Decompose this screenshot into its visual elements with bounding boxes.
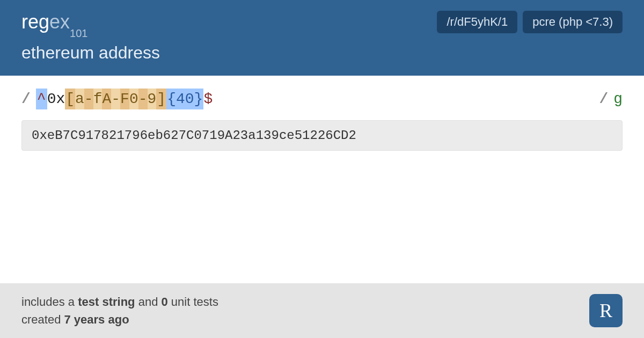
footer-l1d: 0 [161,295,167,308]
test-string[interactable]: 0xeB7C917821796eb627C0719A23a139ce51226C… [21,120,623,151]
footer-line2: created 7 years ago [21,311,218,328]
header-top: regex101 /r/dF5yhK/1 pcre (php <7.3) [21,11,623,35]
badge-path[interactable]: /r/dF5yhK/1 [437,11,517,33]
footer-l1a: includes a [21,295,78,308]
app-icon-letter: R [599,299,612,322]
logo-ex: ex [49,11,70,33]
token-cc-dash1: - [84,89,93,109]
regex-open-delimiter: / [21,91,31,107]
token-dollar: $ [203,89,213,109]
token-cc-0: 0 [129,89,138,109]
token-cc-f: f [93,89,103,109]
footer-l1b: test string [78,295,135,308]
token-literal-0x: 0x [47,89,65,109]
badges: /r/dF5yhK/1 pcre (php <7.3) [437,11,623,33]
footer-l2b: 7 years ago [64,313,129,326]
footer-l2a: created [21,313,64,326]
regex-close-delimiter: / [599,91,608,107]
token-cc-dash2: - [111,89,120,109]
footer: includes a test string and 0 unit tests … [0,283,644,338]
app-icon[interactable]: R [589,294,623,327]
token-quantifier: {40} [166,89,203,109]
content: / ^0x[a-fA-F0-9]{40}$ / g 0xeB7C91782179… [0,76,644,151]
token-cc-F: F [120,89,129,109]
token-cc-close: ] [156,89,166,109]
logo-reg: reg [21,11,49,33]
page-title: ethereum address [21,43,623,63]
badge-flavor[interactable]: pcre (php <7.3) [523,11,623,33]
footer-text: includes a test string and 0 unit tests … [21,293,218,328]
regex-flags[interactable]: g [613,91,623,107]
header: regex101 /r/dF5yhK/1 pcre (php <7.3) eth… [0,0,644,76]
logo[interactable]: regex101 [21,11,87,35]
token-cc-A: A [102,89,111,109]
token-cc-a: a [75,89,84,109]
footer-line1: includes a test string and 0 unit tests [21,293,218,311]
regex-line: / ^0x[a-fA-F0-9]{40}$ / g [21,89,623,109]
footer-l1e: unit tests [168,295,218,308]
token-cc-open: [ [65,89,75,109]
logo-sub: 101 [70,27,87,39]
footer-l1c: and [135,295,162,308]
regex-body[interactable]: ^0x[a-fA-F0-9]{40}$ [36,89,213,109]
token-cc-9: 9 [148,89,157,109]
token-cc-dash3: - [138,89,148,109]
token-caret: ^ [36,89,47,109]
